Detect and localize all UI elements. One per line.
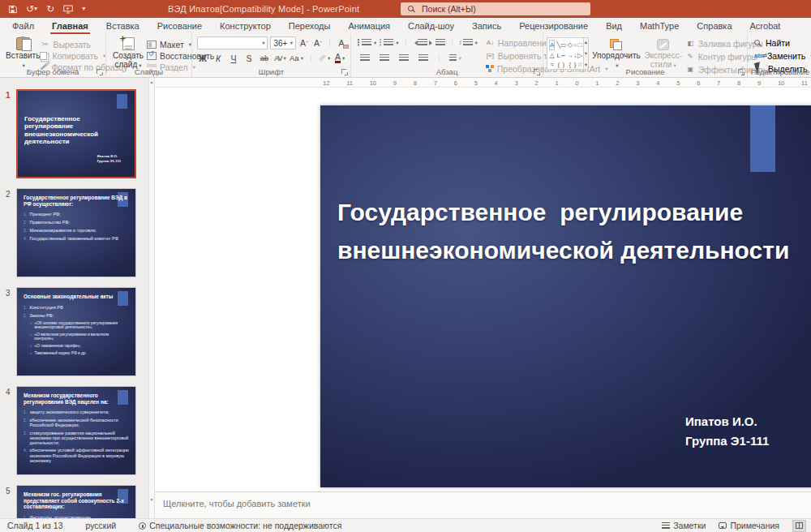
slide-thumbnail-4[interactable]: 4Механизм государственного регулирования… — [0, 386, 148, 475]
strikethrough-button[interactable]: ab — [259, 52, 270, 64]
normal-view-button[interactable] — [792, 520, 806, 532]
customize-qat-icon[interactable]: ▾ — [82, 6, 85, 12]
tab-Анимация[interactable]: Анимация — [339, 18, 399, 34]
paragraph-dialog-launcher[interactable] — [534, 69, 540, 75]
numbering-button[interactable]: ▾ — [380, 36, 398, 49]
font-name-combo[interactable]: ▾ — [197, 36, 268, 49]
slide-title[interactable]: Государственное регулирование внешнеэкон… — [337, 193, 808, 269]
start-slideshow-icon[interactable] — [63, 5, 73, 14]
scroll-up-icon[interactable]: ▲ — [149, 79, 154, 84]
replace-button[interactable]: ab⇄Заменить▾ — [754, 50, 811, 61]
search-box[interactable]: Поиск (Alt+Ы) — [401, 2, 590, 15]
tab-MathType[interactable]: MathType — [631, 18, 688, 34]
grow-font-button[interactable]: Аˆ — [298, 37, 310, 49]
shape-item[interactable]: → — [567, 52, 573, 61]
tab-Acrobat[interactable]: Acrobat — [741, 18, 790, 34]
clear-formatting-button[interactable]: А — [336, 37, 347, 49]
tab-Переходы[interactable]: Переходы — [280, 18, 340, 34]
accessibility-status[interactable]: Специальные возможности: не поддерживают… — [139, 521, 341, 530]
arrange-button[interactable]: Упорядочить▾ — [592, 36, 641, 70]
scroll-down-icon[interactable]: ▼ — [149, 497, 154, 502]
bullets-button[interactable]: ▾ — [358, 36, 376, 49]
tab-Главная[interactable]: Главная — [43, 18, 97, 34]
justify-button[interactable] — [416, 52, 430, 64]
font-dialog-launcher[interactable] — [341, 69, 348, 75]
quick-styles-button[interactable]: Экспресс-стили▾ — [641, 36, 686, 70]
align-center-button[interactable] — [377, 52, 391, 64]
thumbnail-bullet-item: 2.Правительство РФ; — [24, 220, 129, 225]
bullet-marker: 2. — [24, 312, 30, 318]
tab-Рецензирование[interactable]: Рецензирование — [510, 18, 597, 34]
tab-Вставка[interactable]: Вставка — [97, 18, 148, 34]
columns-button[interactable]: ▾ — [448, 52, 462, 64]
slide-author[interactable]: Ипатов И.О. Группа Э1-111 — [685, 412, 769, 451]
thumbnail-scrollbar[interactable]: ▲ ▼ — [148, 78, 155, 518]
italic-button[interactable]: К — [212, 52, 224, 64]
undo-icon[interactable]: ↺▾ — [26, 4, 37, 14]
change-case-button[interactable]: Aa▾ — [290, 52, 303, 64]
notes-pane[interactable]: Щелкните, чтобы добавить заметки — [155, 491, 811, 518]
tab-Вид[interactable]: Вид — [597, 18, 631, 34]
tab-Запись[interactable]: Запись — [463, 18, 510, 34]
tab-Файл[interactable]: Файл — [3, 18, 43, 34]
ruler-number: 11 — [801, 79, 808, 87]
comments-toggle[interactable]: Примечания — [719, 521, 779, 530]
shape-item[interactable]: △ — [547, 52, 556, 61]
shape-item[interactable]: ▷ — [577, 52, 583, 61]
shape-item[interactable]: A — [549, 40, 555, 50]
increase-indent-button[interactable] — [431, 36, 445, 49]
shape-outline-icon: ✎ — [686, 53, 695, 60]
horizontal-ruler: 12111098765432101234567891011 — [323, 79, 808, 87]
paste-label: Вставить — [6, 51, 40, 60]
notes-icon — [662, 522, 670, 529]
text-highlight-button[interactable]: ▾ — [319, 52, 330, 64]
thumbnail-content: Механизм гос. регулирования представляет… — [17, 486, 135, 518]
save-icon[interactable] — [8, 5, 17, 14]
ruler-number: 11 — [346, 79, 353, 87]
underline-button[interactable]: Ч — [228, 52, 239, 64]
character-spacing-button[interactable]: AV▾ — [274, 52, 285, 64]
shape-item[interactable]: ◇ — [567, 38, 573, 52]
shrink-font-button[interactable]: Аˇ — [312, 37, 324, 49]
font-color-button[interactable]: А▾ — [334, 52, 345, 64]
font-size-combo[interactable]: 36+▾ — [270, 36, 296, 49]
paragraph-group-label: Абзац — [436, 67, 458, 76]
language-indicator[interactable]: русский — [86, 521, 117, 530]
find-button[interactable]: Найти — [754, 37, 811, 48]
thumbnail-bullet-item: 1.защиту экономического суверенитета; — [24, 410, 129, 415]
bold-button[interactable]: Ж — [197, 52, 208, 64]
shape-item[interactable]: ▭ — [560, 38, 567, 52]
clipboard-dialog-launcher[interactable] — [97, 69, 103, 75]
new-slide-button[interactable]: Создать слайд▾ — [109, 36, 147, 70]
slide-thumbnail-1[interactable]: 1Государственное регулирование внешнеэко… — [0, 89, 148, 178]
tab-Слайд-шоу[interactable]: Слайд-шоу — [399, 18, 463, 34]
tab-Справка[interactable]: Справка — [688, 18, 740, 34]
shape-item[interactable]: ⌐ — [560, 52, 567, 61]
notes-toggle[interactable]: Заметки — [662, 521, 706, 530]
new-slide-icon — [122, 37, 135, 50]
line-spacing-button[interactable]: ↕▾ — [459, 36, 478, 49]
align-left-button[interactable] — [358, 52, 371, 64]
bullet-marker: 1. — [24, 410, 30, 415]
redo-icon[interactable]: ↻ — [46, 4, 54, 14]
slide-thumbnail-3[interactable]: 3Основные законодательные акты1.Конститу… — [0, 287, 148, 376]
slide-canvas[interactable]: Государственное регулирование внешнеэкон… — [320, 105, 811, 487]
paste-button[interactable]: Вставить▾ — [6, 36, 40, 70]
text-shadow-button[interactable]: S — [243, 52, 255, 64]
thumbnail-panel[interactable]: 1Государственное регулирование внешнеэко… — [0, 78, 148, 518]
align-right-button[interactable] — [397, 52, 410, 64]
decrease-indent-button[interactable] — [413, 36, 427, 49]
ruler-number: 5 — [474, 79, 478, 87]
slide-thumbnail-2[interactable]: 2Государственное регулирование ВЭД в РФ … — [0, 188, 148, 277]
drawing-group-label: Рисование — [626, 67, 665, 76]
slide-thumbnail-5[interactable]: 5Механизм гос. регулирования представляе… — [0, 485, 148, 518]
shape-gallery-scroll[interactable]: ▲▼▼̱ — [584, 37, 589, 70]
shape-item[interactable]: □ — [577, 38, 583, 52]
tab-Конструктор[interactable]: Конструктор — [211, 18, 280, 34]
drawing-dialog-launcher[interactable] — [738, 69, 744, 75]
clipboard-group: Вставить▾ ✂Вырезать Копировать▾ Формат п… — [0, 34, 106, 77]
quick-styles-label: Экспресс-стили — [644, 51, 682, 69]
slide-counter[interactable]: Слайд 1 из 13 — [7, 521, 63, 530]
comments-icon — [719, 522, 727, 529]
tab-Рисование[interactable]: Рисование — [148, 18, 211, 34]
